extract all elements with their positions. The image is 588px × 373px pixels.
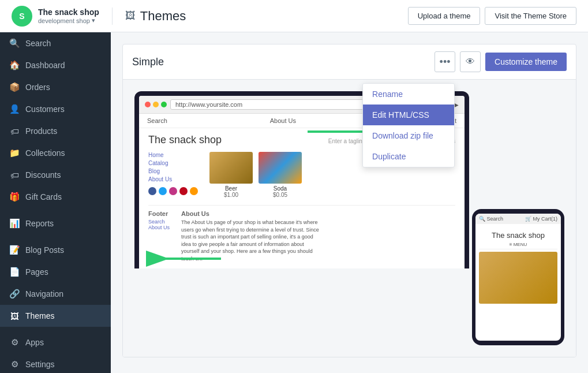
top-bar-left: S The snack shop development shop ▾ 🖼 Th… bbox=[12, 6, 186, 27]
phone-screen: 🔍 Search 🛒 My Cart(1) The snack shop ≡ M… bbox=[475, 214, 561, 341]
phone-cart: 🛒 My Cart(1) bbox=[525, 216, 557, 222]
upload-theme-button[interactable]: Upload a theme bbox=[408, 7, 481, 25]
product-soda-price: $0.05 bbox=[259, 192, 302, 198]
social-twitter-icon bbox=[159, 187, 167, 195]
discounts-icon: 🏷 bbox=[9, 170, 20, 180]
customize-theme-button[interactable]: Customize theme bbox=[485, 53, 567, 71]
top-bar-actions: Upload a theme Visit the Theme Store bbox=[408, 7, 576, 25]
site-sidebar: Home Catalog Blog About Us bbox=[148, 152, 198, 198]
chevron-down-icon: ▾ bbox=[92, 17, 95, 24]
menu-about: About Us bbox=[148, 176, 198, 182]
footer-link-about: About Us bbox=[148, 225, 170, 230]
footer-link-search: Search bbox=[148, 219, 170, 225]
reports-icon: 📊 bbox=[9, 218, 20, 229]
phone-header: 🔍 Search 🛒 My Cart(1) bbox=[475, 214, 561, 224]
product-soda-img bbox=[259, 152, 302, 184]
theme-name: Simple bbox=[132, 56, 164, 68]
sidebar-item-gift-cards[interactable]: 🎁 Gift Cards bbox=[0, 186, 111, 208]
footer-title: Footer bbox=[148, 210, 170, 217]
product-beer-name: Beer bbox=[209, 185, 253, 192]
sidebar-item-pages[interactable]: 📄 Pages bbox=[0, 261, 111, 283]
menu-home: Home bbox=[148, 152, 198, 158]
sidebar-item-products[interactable]: 🏷 Products bbox=[0, 120, 111, 142]
sidebar-item-customers[interactable]: 👤 Customers bbox=[0, 98, 111, 120]
phone-menu: ≡ MENU bbox=[479, 242, 557, 249]
top-bar: S The snack shop development shop ▾ 🖼 Th… bbox=[0, 0, 588, 32]
social-icons bbox=[148, 187, 198, 195]
sidebar: 🔍 Search 🏠 Dashboard 📦 Orders 👤 Customer… bbox=[0, 32, 111, 373]
phone-search: 🔍 Search bbox=[479, 216, 503, 222]
site-products: Beer $1.00 Soda $0.05 bbox=[209, 152, 302, 198]
sidebar-item-blog-posts[interactable]: 📝 Blog Posts bbox=[0, 239, 111, 261]
dropdown-menu: Rename Edit HTML/CSS Download zip file D… bbox=[362, 83, 455, 167]
site-nav-about: About Us bbox=[270, 117, 296, 124]
sidebar-item-reports[interactable]: 📊 Reports bbox=[0, 212, 111, 234]
themes-icon: 🖼 bbox=[125, 10, 136, 22]
page-title: 🖼 Themes bbox=[125, 9, 186, 24]
dropdown-rename[interactable]: Rename bbox=[363, 84, 454, 105]
shop-name: The snack shop bbox=[38, 8, 99, 17]
sidebar-item-navigation[interactable]: 🔗 Navigation bbox=[0, 283, 111, 305]
pages-icon: 📄 bbox=[9, 267, 20, 277]
product-soda: Soda $0.05 bbox=[259, 152, 302, 198]
sidebar-item-settings[interactable]: ⚙ Settings bbox=[0, 353, 111, 373]
shop-info: The snack shop development shop ▾ bbox=[38, 8, 99, 24]
product-soda-name: Soda bbox=[259, 185, 302, 192]
product-beer-price: $1.00 bbox=[209, 192, 253, 198]
home-icon: 🏠 bbox=[9, 60, 20, 70]
sidebar-item-search[interactable]: 🔍 Search bbox=[0, 32, 111, 54]
dot-red bbox=[145, 102, 151, 107]
divider bbox=[112, 8, 113, 25]
shop-subtitle: development shop ▾ bbox=[38, 17, 99, 24]
navigation-icon: 🔗 bbox=[9, 289, 20, 299]
phone-title: The snack shop bbox=[479, 231, 557, 240]
product-beer: Beer $1.00 bbox=[209, 152, 253, 198]
sidebar-item-collections[interactable]: 📁 Collections bbox=[0, 142, 111, 164]
blog-icon: 📝 bbox=[9, 245, 20, 255]
more-options-button[interactable]: ••• Rename Edit HTML/CSS Download zip fi… bbox=[435, 51, 455, 72]
sidebar-item-discounts[interactable]: 🏷 Discounts bbox=[0, 164, 111, 186]
phone-mockup: 🔍 Search 🛒 My Cart(1) The snack shop ≡ M… bbox=[472, 209, 564, 345]
apps-icon: ⚙ bbox=[9, 337, 20, 348]
arrow-left bbox=[140, 241, 221, 276]
search-icon: 🔍 bbox=[9, 38, 20, 49]
settings-icon: ⚙ bbox=[9, 359, 20, 370]
social-facebook-icon bbox=[148, 187, 156, 195]
dot-green bbox=[161, 102, 167, 107]
sidebar-item-orders[interactable]: 📦 Orders bbox=[0, 76, 111, 98]
theme-actions-wrapper: ••• Rename Edit HTML/CSS Download zip fi… bbox=[435, 51, 567, 72]
customers-icon: 👤 bbox=[9, 104, 20, 114]
product-beer-img bbox=[209, 152, 253, 184]
dropdown-duplicate[interactable]: Duplicate bbox=[363, 146, 454, 167]
dot-yellow bbox=[153, 102, 159, 107]
browser-nav: ▶ bbox=[454, 102, 459, 108]
social-pinterest-icon bbox=[179, 187, 188, 195]
sidebar-item-dashboard[interactable]: 🏠 Dashboard bbox=[0, 54, 111, 76]
visit-theme-store-button[interactable]: Visit the Theme Store bbox=[485, 7, 576, 25]
sidebar-item-apps[interactable]: ⚙ Apps bbox=[0, 331, 111, 353]
dropdown-edit-html[interactable]: Edit HTML/CSS bbox=[363, 105, 454, 125]
shop-logo: S bbox=[12, 6, 32, 27]
phone-content: The snack shop ≡ MENU bbox=[475, 224, 561, 307]
browser-dots bbox=[145, 102, 167, 107]
main-layout: 🔍 Search 🏠 Dashboard 📦 Orders 👤 Customer… bbox=[0, 32, 588, 373]
orders-icon: 📦 bbox=[9, 82, 20, 92]
site-nav-search: Search bbox=[147, 117, 167, 124]
preview-button[interactable]: 👁 bbox=[460, 51, 481, 72]
theme-card-header: Simple ••• Rename Edit HTML/CSS Download… bbox=[123, 44, 576, 80]
theme-card: Simple ••• Rename Edit HTML/CSS Download… bbox=[122, 44, 576, 357]
themes-sidebar-icon: 🖼 bbox=[9, 311, 20, 321]
social-instagram-icon bbox=[169, 187, 177, 195]
dropdown-download[interactable]: Download zip file bbox=[363, 125, 454, 146]
products-icon: 🏷 bbox=[9, 126, 20, 136]
more-dots-icon: ••• bbox=[440, 56, 451, 68]
footer-about-title: About Us bbox=[181, 210, 320, 217]
menu-blog: Blog bbox=[148, 168, 198, 174]
social-rss-icon bbox=[190, 187, 198, 195]
gift-cards-icon: 🎁 bbox=[9, 192, 20, 202]
sidebar-item-themes[interactable]: 🖼 Themes bbox=[0, 305, 111, 327]
phone-product-img bbox=[479, 252, 557, 304]
collections-icon: 📁 bbox=[9, 148, 20, 158]
content-area: Simple ••• Rename Edit HTML/CSS Download… bbox=[111, 32, 588, 373]
menu-catalog: Catalog bbox=[148, 160, 198, 166]
